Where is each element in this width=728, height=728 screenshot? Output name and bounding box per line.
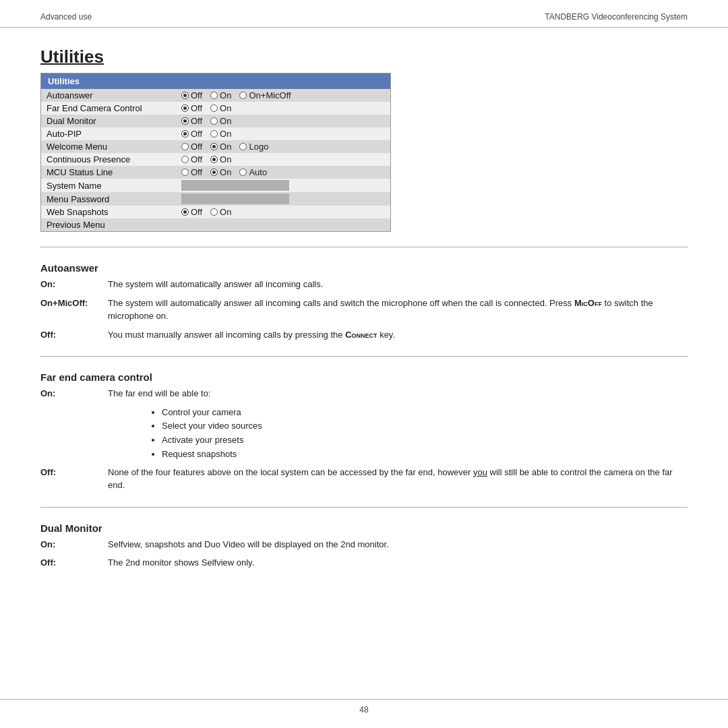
page-header: Advanced use TANDBERG Videoconferencing … — [0, 0, 728, 28]
radio-option[interactable]: Off — [181, 90, 202, 100]
radio-label: Auto — [249, 167, 267, 177]
menu-row: System Name — [41, 179, 390, 192]
radio-circle — [210, 208, 218, 216]
radio-option[interactable]: On — [210, 90, 231, 100]
menu-item-label: Autoanswer — [47, 90, 181, 100]
radio-option[interactable]: Off — [181, 167, 202, 177]
menu-input-field[interactable] — [181, 180, 289, 191]
description-row: Off:You must manually answer all incomin… — [40, 328, 688, 342]
radio-group: OffOn — [181, 154, 231, 164]
radio-group: OffOnOn+MicOff — [181, 90, 291, 100]
radio-circle — [210, 169, 218, 176]
radio-circle — [210, 104, 218, 112]
radio-label: Off — [191, 154, 202, 164]
radio-option[interactable]: Off — [181, 129, 202, 139]
page-title: Utilities — [40, 47, 688, 67]
radio-circle — [210, 117, 218, 125]
menu-item-label: Welcome Menu — [47, 142, 181, 152]
radio-circle — [181, 130, 189, 138]
desc-label: On: — [40, 278, 108, 291]
desc-label: On+MicOff: — [40, 297, 108, 323]
section-divider — [40, 507, 688, 508]
menu-title: Utilities — [41, 73, 390, 89]
radio-label: Off — [191, 116, 202, 126]
desc-text: The system will automatically answer all… — [108, 278, 688, 291]
radio-option[interactable]: Off — [181, 154, 202, 164]
desc-label: Off: — [40, 466, 108, 492]
radio-option[interactable]: On — [210, 129, 231, 139]
menu-item-label: Auto-PIP — [47, 129, 181, 139]
small-caps-text: Connect — [345, 330, 377, 340]
menu-item-label: Previous Menu — [47, 220, 181, 230]
radio-label: On — [220, 142, 231, 152]
menu-row: Far End Camera ControlOffOn — [41, 102, 390, 115]
small-caps-text: MicOff — [574, 298, 602, 308]
radio-option[interactable]: Off — [181, 207, 202, 217]
menu-input-field[interactable] — [181, 193, 289, 204]
radio-group: OffOnAuto — [181, 167, 267, 177]
radio-label: Off — [191, 103, 202, 113]
radio-option[interactable]: Auto — [239, 167, 267, 177]
radio-option[interactable]: Off — [181, 142, 202, 152]
description-row: Off:None of the four features above on t… — [40, 466, 688, 492]
radio-circle — [181, 92, 189, 99]
radio-circle — [239, 92, 247, 99]
section-heading: Dual Monitor — [40, 522, 688, 534]
radio-circle — [239, 143, 247, 150]
radio-option[interactable]: On — [210, 207, 231, 217]
radio-label: On — [220, 167, 231, 177]
radio-label: Off — [191, 90, 202, 100]
radio-option[interactable]: On+MicOff — [239, 90, 291, 100]
radio-option[interactable]: On — [210, 154, 231, 164]
bullet-item: Select your video sources — [162, 419, 688, 433]
menu-item-label: Dual Monitor — [47, 116, 181, 126]
desc-label: Off: — [40, 328, 108, 342]
desc-label: On: — [40, 387, 108, 400]
page-number: 48 — [359, 705, 368, 715]
radio-option[interactable]: Off — [181, 116, 202, 126]
radio-option[interactable]: Off — [181, 103, 202, 113]
section-heading: Far end camera control — [40, 371, 688, 383]
radio-label: On — [220, 90, 231, 100]
desc-label: On: — [40, 538, 108, 551]
radio-group: OffOn — [181, 129, 231, 139]
radio-label: Off — [191, 207, 202, 217]
header-right: TANDBERG Videoconferencing System — [545, 12, 688, 22]
bullet-item: Activate your presets — [162, 433, 688, 448]
menu-rows: AutoanswerOffOnOn+MicOffFar End Camera C… — [41, 89, 390, 231]
menu-row: Continuous PresenceOffOn — [41, 153, 390, 166]
menu-row: Dual MonitorOffOn — [41, 115, 390, 127]
menu-item-label: MCU Status Line — [47, 167, 181, 177]
radio-label: Off — [191, 142, 202, 152]
radio-option[interactable]: On — [210, 116, 231, 126]
radio-label: Logo — [249, 142, 268, 152]
radio-circle — [181, 156, 189, 163]
radio-circle — [210, 92, 218, 99]
desc-text: The system will automatically answer all… — [108, 297, 688, 323]
radio-group: OffOn — [181, 103, 231, 113]
radio-option[interactable]: On — [210, 103, 231, 113]
menu-item-label: System Name — [47, 181, 181, 191]
section-divider — [40, 247, 688, 247]
desc-text: None of the four features above on the l… — [108, 466, 688, 492]
bullet-item: Request snapshots — [162, 448, 688, 462]
radio-label: On — [220, 103, 231, 113]
menu-row: AutoanswerOffOnOn+MicOff — [41, 89, 390, 102]
radio-option[interactable]: On — [210, 142, 231, 152]
sections-container: AutoanswerOn:The system will automatical… — [40, 247, 688, 570]
radio-circle — [210, 130, 218, 138]
radio-circle — [239, 169, 247, 176]
bullet-list: Control your cameraSelect your video sou… — [148, 406, 688, 462]
menu-row: Web SnapshotsOffOn — [41, 206, 390, 218]
page-footer: 48 — [0, 699, 728, 715]
radio-option[interactable]: Logo — [239, 142, 268, 152]
description-row: On:The system will automatically answer … — [40, 278, 688, 291]
content: Utilities Utilities AutoanswerOffOnOn+Mi… — [0, 40, 728, 602]
menu-row: Menu Password — [41, 192, 390, 206]
utilities-menu: Utilities AutoanswerOffOnOn+MicOffFar En… — [40, 73, 391, 232]
bullet-item: Control your camera — [162, 406, 688, 420]
radio-circle — [210, 156, 218, 163]
radio-option[interactable]: On — [210, 167, 231, 177]
radio-circle — [210, 143, 218, 150]
radio-group: OffOnLogo — [181, 142, 268, 152]
